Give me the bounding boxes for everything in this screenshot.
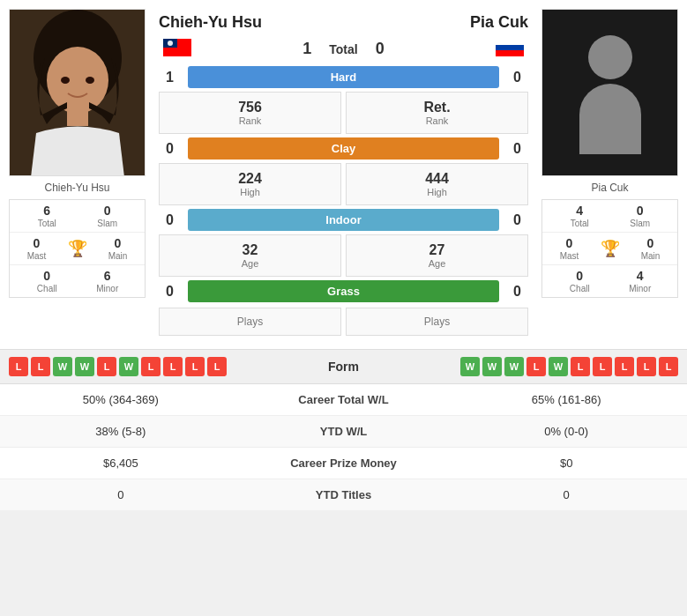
left-form-badges: LLWWLWLLLL: [9, 357, 295, 376]
left-total-score: 1: [302, 40, 311, 58]
stats-table-row: 0YTD Titles0: [0, 479, 687, 511]
form-badge: L: [141, 357, 161, 376]
form-badge: L: [207, 357, 227, 376]
form-badge: L: [163, 357, 183, 376]
stats-table-row: $6,405Career Prize Money$0: [0, 448, 687, 479]
hard-score-row: 1 Hard 0: [159, 66, 528, 88]
svg-point-4: [61, 77, 70, 84]
left-stat-box-1: 224 High: [159, 163, 341, 205]
right-player-col: Pia Cuk 4 Total 0 Slam 0 Mast: [541, 9, 678, 340]
right-total-stat: 4 Total: [562, 204, 597, 228]
stats-left-val: 38% (5-8): [0, 416, 242, 448]
right-stat-label-0: Rank: [426, 115, 449, 126]
left-grass-score: 0: [159, 284, 181, 300]
form-badge: W: [482, 357, 502, 376]
left-player-name-label: Chieh-Yu Hsu: [44, 180, 109, 196]
form-badge: L: [615, 357, 634, 376]
right-plays-lbl: Plays: [424, 315, 450, 328]
left-player-photo: [9, 9, 146, 176]
right-stat-val-2: 27: [429, 242, 445, 258]
stat-pair-row-1: 224 High 444 High: [159, 163, 528, 205]
stats-right-val: 0: [445, 479, 687, 511]
career-stats-table: 50% (364-369)Career Total W/L65% (161-86…: [0, 383, 687, 510]
grass-btn: Grass: [188, 280, 499, 302]
total-label: Total: [329, 42, 357, 56]
stats-table-row: 50% (364-369)Career Total W/L65% (161-86…: [0, 384, 687, 416]
right-minor-stat: 4 Minor: [623, 269, 658, 293]
form-badge: L: [185, 357, 205, 376]
right-stat-box-0: Ret. Rank: [346, 92, 528, 134]
right-flag-si: [496, 39, 524, 59]
left-total-stat: 6 Total: [29, 204, 64, 228]
hard-btn: Hard: [188, 66, 499, 88]
left-stat-label-2: Age: [242, 258, 259, 269]
svg-point-8: [168, 41, 173, 46]
stats-label: YTD Titles: [242, 479, 446, 511]
svg-point-5: [86, 77, 94, 84]
stats-label: Career Total W/L: [242, 384, 446, 416]
left-stat-val-1: 224: [238, 171, 262, 187]
left-minor-stat: 6 Minor: [90, 269, 125, 293]
stat-pair-row-0: 756 Rank Ret. Rank: [159, 92, 528, 134]
right-player-name-label: Pia Cuk: [591, 180, 628, 196]
plays-row: Plays Plays: [159, 308, 528, 336]
stats-left-val: $6,405: [0, 448, 242, 479]
right-hard-score: 0: [506, 70, 528, 85]
right-player-photo: [541, 9, 678, 176]
right-slam-stat: 0 Slam: [623, 204, 658, 228]
left-stats-row-3: 0 Chall 6 Minor: [10, 265, 145, 297]
form-badge: W: [504, 357, 524, 376]
stats-right-val: $0: [445, 448, 687, 479]
right-chall-stat: 0 Chall: [562, 269, 597, 293]
stats-left-val: 50% (364-369): [0, 384, 242, 416]
form-badge: L: [637, 357, 656, 376]
top-section: Chieh-Yu Hsu 6 Total 0 Slam 0 M: [0, 0, 687, 349]
right-stat-val-0: Ret.: [423, 100, 450, 115]
form-badge: L: [97, 357, 116, 376]
silhouette-head: [588, 35, 632, 79]
left-indoor-score: 0: [159, 212, 181, 228]
left-stat-val-2: 32: [243, 242, 258, 258]
left-stat-val-0: 756: [238, 100, 262, 115]
clay-score-row: 0 Clay 0: [159, 137, 528, 160]
left-chall-stat: 0 Chall: [29, 269, 64, 293]
right-mast-stat: 0 Mast: [552, 236, 587, 261]
left-plays-label-box: Plays: [159, 308, 341, 336]
right-stat-val-1: 444: [425, 171, 449, 187]
left-player-col: Chieh-Yu Hsu 6 Total 0 Slam 0 M: [9, 9, 146, 340]
right-indoor-score: 0: [506, 212, 528, 228]
left-stat-label-0: Rank: [239, 115, 262, 126]
svg-rect-11: [496, 50, 524, 56]
right-stats-row-1: 4 Total 0 Slam: [542, 200, 677, 233]
right-plays-label-box: Plays: [346, 308, 528, 336]
form-badge: W: [549, 357, 568, 376]
flags-total-row: 1 Total 0: [159, 39, 528, 59]
right-total-score: 0: [376, 40, 385, 58]
left-stat-label-1: High: [240, 187, 260, 197]
left-stat-box-2: 32 Age: [159, 234, 341, 277]
player-names-row: Chieh-Yu HsuPia Cuk: [159, 13, 528, 32]
right-stat-box-1: 444 High: [346, 163, 528, 205]
form-badge: L: [571, 357, 590, 376]
right-form-badges: WWWLWLLLLL: [392, 357, 679, 376]
right-stats-row-3: 0 Chall 4 Minor: [542, 265, 677, 297]
left-trophy-icon: 🏆: [59, 237, 96, 260]
form-label: Form: [300, 360, 388, 374]
stats-right-val: 0% (0-0): [445, 416, 687, 448]
main-container: Chieh-Yu Hsu 6 Total 0 Slam 0 M: [0, 0, 687, 510]
form-badge: W: [53, 357, 72, 376]
stat-pair-row-2: 32 Age 27 Age: [159, 234, 528, 277]
right-stat-label-1: High: [427, 187, 447, 197]
stats-table-row: 38% (5-8)YTD W/L0% (0-0): [0, 416, 687, 448]
stats-label: Career Prize Money: [242, 448, 446, 479]
center-section: Chieh-Yu HsuPia Cuk 1 Total 0 1 Hard 0: [150, 9, 537, 340]
svg-point-2: [47, 47, 108, 114]
left-stats-row-2: 0 Mast 🏆 0 Main: [10, 233, 145, 265]
right-grass-score: 0: [506, 284, 528, 300]
form-section: LLWWLWLLLL Form WWWLWLLLLL: [0, 349, 687, 383]
form-badge: L: [659, 357, 678, 376]
left-stats-row-1: 6 Total 0 Slam: [10, 200, 145, 233]
right-player-name-header: Pia Cuk: [470, 13, 528, 32]
stats-right-val: 65% (161-86): [445, 384, 687, 416]
left-hard-score: 1: [159, 70, 181, 85]
